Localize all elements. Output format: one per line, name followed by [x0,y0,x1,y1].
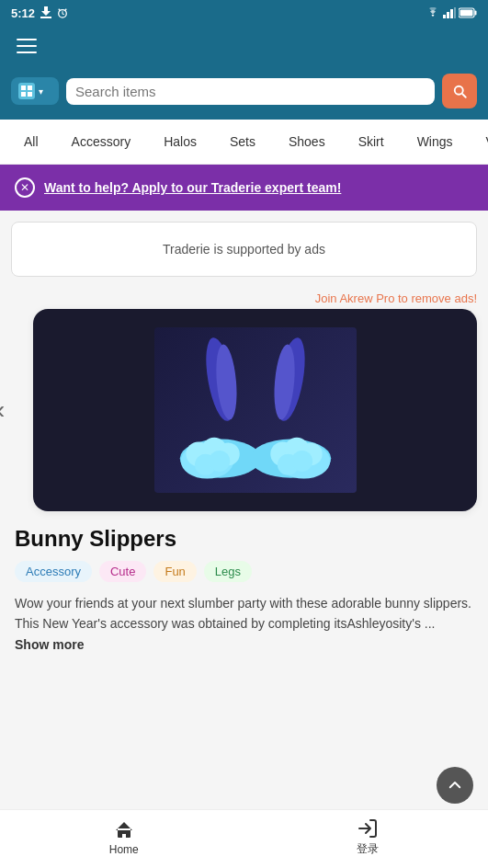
nav-login-button[interactable]: 登录 [357,817,379,857]
nav-home-button[interactable]: Home [109,819,139,856]
svg-rect-4 [450,9,453,18]
tab-wings[interactable]: Wings [404,129,466,154]
svg-rect-10 [28,86,32,90]
wifi-icon [426,7,440,18]
scroll-to-top-button[interactable] [437,767,473,804]
product-carousel: ‹ [0,309,488,511]
tag-accessory[interactable]: Accessory [15,561,92,582]
svg-rect-0 [40,17,51,18]
home-icon [113,819,135,841]
tag-cute[interactable]: Cute [99,561,146,582]
tag-fun[interactable]: Fun [153,561,196,582]
product-tags: Accessory Cute Fun Legs [15,561,473,582]
nav-home-label: Home [109,843,139,856]
hamburger-line-1 [17,39,37,40]
svg-rect-5 [454,7,456,18]
download-icon [40,6,51,19]
ad-text: Traderie is supported by ads [163,242,325,257]
chevron-up-icon [447,777,463,794]
search-button[interactable] [442,74,477,108]
show-more-button[interactable]: Show more [15,637,84,652]
battery-icon [459,7,477,18]
svg-rect-3 [447,12,449,18]
nav-login-label: 登录 [357,841,379,857]
filter-tabs: All Accessory Halos Sets Shoes Skirt Win… [0,120,488,165]
svg-rect-8 [460,10,473,17]
search-input-wrapper [66,78,435,105]
login-icon [357,817,379,839]
product-description: Wow your friends at your next slumber pa… [15,593,473,655]
chevron-down-icon: ▾ [39,86,43,97]
top-navigation [0,26,488,66]
hamburger-line-2 [17,45,37,47]
svg-rect-7 [475,11,477,16]
status-bar: 5:12 [0,0,488,26]
promo-text[interactable]: Want to help? Apply to our Traderie expe… [44,180,341,195]
category-icon [18,83,35,99]
remove-ads-link[interactable]: Join Akrew Pro to remove ads! [0,288,488,309]
alarm-icon [57,6,68,19]
search-input[interactable] [75,84,426,99]
product-image [154,327,357,493]
product-image-container [33,309,477,511]
category-selector[interactable]: ▾ [11,77,59,105]
tab-sets[interactable]: Sets [217,129,268,154]
search-section: ▾ [0,66,488,120]
close-banner-button[interactable]: ✕ [15,177,35,198]
product-title: Bunny Slippers [15,526,473,552]
svg-rect-9 [21,86,26,90]
product-card[interactable] [33,309,477,511]
svg-rect-12 [28,92,32,97]
tab-shoes[interactable]: Shoes [276,129,338,154]
promo-banner: ✕ Want to help? Apply to our Traderie ex… [0,165,488,211]
menu-button[interactable] [13,35,40,57]
tab-skirt[interactable]: Skirt [346,129,397,154]
ad-section: Traderie is supported by ads Join Akrew … [0,222,488,309]
tag-legs[interactable]: Legs [204,561,252,582]
tab-halos[interactable]: Halos [151,129,210,154]
tab-all[interactable]: All [11,129,51,154]
search-icon [451,83,468,99]
svg-point-23 [209,451,230,472]
bunny-slippers-image [154,327,357,493]
carousel-prev-button[interactable]: ‹ [0,395,5,425]
svg-rect-2 [443,15,446,18]
time-display: 5:12 [11,6,35,20]
hamburger-line-3 [17,51,37,53]
svg-point-30 [291,451,312,472]
tab-values[interactable]: Values [473,129,488,154]
product-section: Bunny Slippers Accessory Cute Fun Legs W… [0,526,488,655]
svg-rect-11 [21,92,26,97]
bottom-navigation: Home 登录 [0,809,488,868]
signal-icon [443,7,456,18]
tab-accessory[interactable]: Accessory [59,129,144,154]
